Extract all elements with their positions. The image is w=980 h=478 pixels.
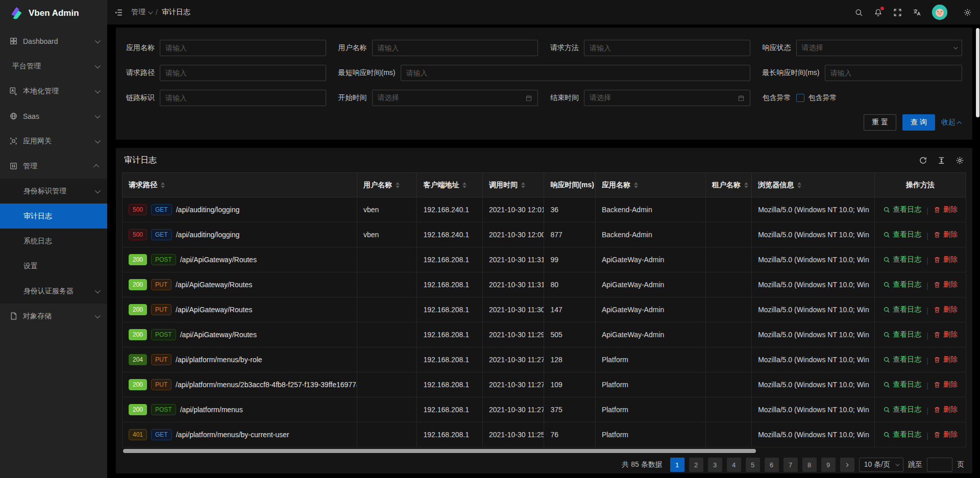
view-icon bbox=[883, 231, 890, 238]
avatar[interactable] bbox=[932, 5, 947, 20]
delete-button[interactable]: 删除 bbox=[934, 280, 958, 289]
min-response-time-input[interactable] bbox=[401, 65, 750, 81]
cell-app-name: Backend-Admin bbox=[595, 222, 705, 247]
view-log-button[interactable]: 查看日志 bbox=[883, 330, 921, 339]
page-button-1[interactable]: 1 bbox=[670, 458, 684, 472]
method-badge: GET bbox=[151, 229, 172, 240]
column-settings-icon[interactable] bbox=[955, 156, 964, 165]
page-button-4[interactable]: 4 bbox=[727, 458, 741, 472]
cell-app-name: ApiGateWay-Admin bbox=[595, 297, 705, 322]
start-time-picker[interactable]: 请选择 bbox=[372, 90, 538, 106]
window-scrollbar-thumb[interactable] bbox=[976, 28, 979, 117]
delete-button[interactable]: 删除 bbox=[934, 405, 958, 414]
brand-logo[interactable]: Vben Admin bbox=[0, 0, 107, 27]
delete-button[interactable]: 删除 bbox=[934, 305, 958, 314]
max-response-time-input[interactable] bbox=[825, 65, 963, 81]
table-title: 审计日志 bbox=[124, 155, 157, 166]
start-time-placeholder: 请选择 bbox=[378, 93, 526, 103]
user-name-input[interactable] bbox=[372, 40, 538, 56]
cell-actions: 查看日志|删除 bbox=[875, 397, 966, 422]
end-time-picker[interactable]: 请选择 bbox=[584, 90, 750, 106]
column-header-浏览器信息[interactable]: 浏览器信息 bbox=[752, 173, 875, 197]
cell-browser-info: Mozilla/5.0 (Windows NT 10.0; Win bbox=[752, 422, 875, 447]
field-request-path: 请求路径 bbox=[126, 65, 326, 81]
scrollbar-thumb[interactable] bbox=[123, 449, 756, 453]
table-row: 200PUT/api/ApiGateway/Routes192.168.208.… bbox=[122, 272, 966, 297]
cell-user-name bbox=[357, 347, 416, 372]
page-button-9[interactable]: 9 bbox=[821, 458, 836, 472]
sidebar-item-平台管理[interactable]: 平台管理 bbox=[0, 54, 107, 79]
sidebar-item-管理[interactable]: 管理 bbox=[0, 154, 107, 179]
page-button-8[interactable]: 8 bbox=[802, 458, 817, 472]
delete-button[interactable]: 删除 bbox=[934, 330, 958, 339]
request-method-input[interactable] bbox=[584, 40, 750, 56]
breadcrumb-parent[interactable]: 管理 bbox=[131, 8, 152, 17]
view-log-button[interactable]: 查看日志 bbox=[883, 430, 921, 439]
column-header-应用名称[interactable]: 应用名称 bbox=[595, 173, 705, 197]
search-icon[interactable] bbox=[854, 8, 863, 17]
chevron-down-icon bbox=[95, 287, 101, 293]
collapse-link[interactable]: 收起 bbox=[941, 118, 962, 127]
view-log-button[interactable]: 查看日志 bbox=[883, 380, 921, 389]
page-button-6[interactable]: 6 bbox=[765, 458, 779, 472]
app-name-input[interactable] bbox=[160, 40, 326, 56]
page-button-3[interactable]: 3 bbox=[708, 458, 722, 472]
sidebar-item-审计日志[interactable]: 审计日志 bbox=[0, 204, 107, 229]
column-header-用户名称[interactable]: 用户名称 bbox=[357, 173, 416, 197]
sidebar-item-对象存储[interactable]: 对象存储 bbox=[0, 304, 107, 329]
view-log-button[interactable]: 查看日志 bbox=[883, 230, 921, 239]
column-header-客户端地址[interactable]: 客户端地址 bbox=[417, 173, 483, 197]
trace-id-input[interactable] bbox=[160, 90, 326, 106]
delete-button[interactable]: 删除 bbox=[934, 430, 958, 439]
delete-icon bbox=[934, 431, 941, 438]
sidebar-item-Dashboard[interactable]: Dashboard bbox=[0, 29, 107, 54]
view-log-button[interactable]: 查看日志 bbox=[883, 305, 921, 314]
delete-button[interactable]: 删除 bbox=[934, 205, 958, 214]
sidebar-item-设置[interactable]: 设置 bbox=[0, 254, 107, 279]
view-log-button[interactable]: 查看日志 bbox=[883, 255, 921, 264]
page-button-7[interactable]: 7 bbox=[783, 458, 798, 472]
view-log-button[interactable]: 查看日志 bbox=[883, 355, 921, 364]
page-button-2[interactable]: 2 bbox=[689, 458, 703, 472]
delete-button[interactable]: 删除 bbox=[934, 230, 958, 239]
sidebar-item-Saas[interactable]: Saas bbox=[0, 104, 107, 129]
sidebar-item-应用网关[interactable]: 应用网关 bbox=[0, 129, 107, 154]
collapse-label: 收起 bbox=[941, 118, 955, 127]
fullscreen-icon[interactable] bbox=[893, 8, 902, 17]
view-log-button[interactable]: 查看日志 bbox=[883, 405, 921, 414]
page-button-5[interactable]: 5 bbox=[746, 458, 760, 472]
column-header-响应时间(ms)[interactable]: 响应时间(ms) bbox=[544, 173, 595, 197]
request-path-input[interactable] bbox=[160, 65, 326, 81]
action-divider: | bbox=[926, 282, 928, 290]
query-button[interactable]: 查 询 bbox=[902, 114, 935, 131]
page-size-select[interactable]: 10 条/页 bbox=[859, 458, 903, 472]
delete-button[interactable]: 删除 bbox=[934, 255, 958, 264]
refresh-icon[interactable] bbox=[919, 156, 927, 165]
status-badge: 200 bbox=[129, 279, 147, 290]
next-page-button[interactable] bbox=[840, 458, 854, 472]
view-log-button[interactable]: 查看日志 bbox=[883, 205, 921, 214]
delete-button[interactable]: 删除 bbox=[934, 355, 958, 364]
cell-call-time: 2021-10-30 11:25 bbox=[482, 422, 544, 447]
include-exception-checkbox[interactable] bbox=[796, 94, 804, 102]
column-header-租户名称[interactable]: 租户名称 bbox=[705, 173, 751, 197]
settings-icon[interactable] bbox=[963, 8, 972, 17]
sidebar-item-身份认证服务器[interactable]: 身份认证服务器 bbox=[0, 279, 107, 304]
sidebar-item-本地化管理[interactable]: 本地化管理 bbox=[0, 79, 107, 104]
view-log-button[interactable]: 查看日志 bbox=[883, 280, 921, 289]
bell-icon[interactable] bbox=[874, 8, 883, 17]
reset-button[interactable]: 重 置 bbox=[864, 114, 896, 131]
view-log-label: 查看日志 bbox=[893, 405, 921, 414]
translate-icon[interactable] bbox=[913, 8, 921, 17]
cell-browser-info: Mozilla/5.0 (Windows NT 10.0; Win bbox=[752, 272, 875, 297]
delete-button[interactable]: 删除 bbox=[934, 380, 958, 389]
sidebar-item-系统日志[interactable]: 系统日志 bbox=[0, 229, 107, 254]
menu-fold-icon[interactable] bbox=[114, 8, 123, 17]
sidebar-item-身份标识管理[interactable]: 身份标识管理 bbox=[0, 179, 107, 204]
row-height-icon[interactable] bbox=[937, 156, 946, 165]
jump-page-input[interactable] bbox=[927, 458, 952, 472]
column-header-调用时间[interactable]: 调用时间 bbox=[482, 173, 544, 197]
cell-actions: 查看日志|删除 bbox=[875, 322, 966, 347]
column-header-请求路径[interactable]: 请求路径 bbox=[122, 173, 357, 197]
response-status-select[interactable]: 请选择 bbox=[796, 40, 963, 56]
